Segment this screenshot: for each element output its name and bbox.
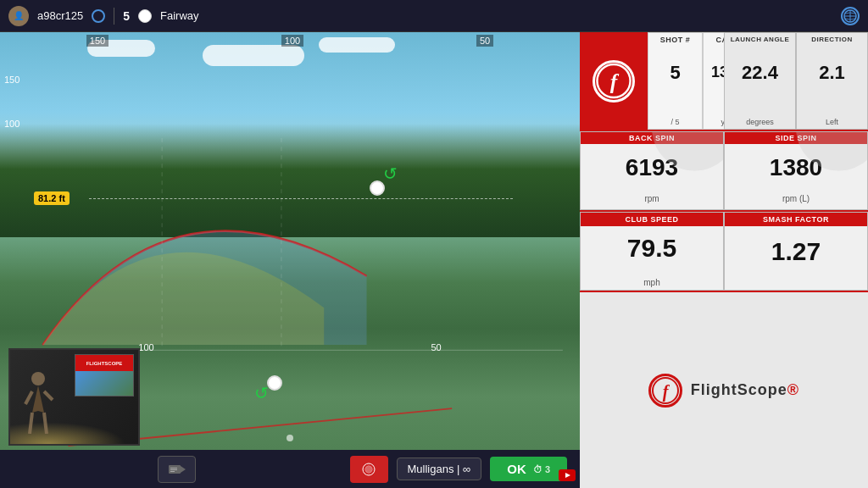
svg-text:f: f: [610, 69, 620, 93]
circle-indicator: [92, 9, 105, 23]
svg-rect-12: [170, 471, 175, 472]
club-speed-label: CLUB SPEED: [581, 213, 723, 226]
ok-button[interactable]: OK ⏱ 3: [490, 457, 567, 481]
height-value: 81.2 ft: [34, 191, 70, 205]
back-spin-unit: rpm: [644, 194, 659, 206]
golf-view-panel: 150 100 50 150 100 81.2 ft: [0, 32, 580, 488]
smash-factor-value: 1.27: [771, 237, 821, 266]
video-preview: FLIGHTSCOPE: [8, 348, 140, 446]
logo-cell: f: [580, 32, 648, 130]
back-spin-value: 6193: [626, 154, 678, 181]
marker-50: 50: [476, 35, 493, 47]
distance-markers-top: 150 100 50: [0, 32, 580, 49]
marker-150: 150: [86, 35, 108, 47]
video-screen: FLIGHTSCOPE: [75, 354, 134, 396]
speed-stats-row: CLUB SPEED 79.5 mph SMASH FACTOR 1.27: [580, 210, 868, 291]
rotation-arrow-side: ↺: [254, 383, 269, 403]
shot-value: 5: [670, 64, 680, 82]
score-value: 5: [123, 9, 130, 23]
club-speed-unit: mph: [643, 278, 659, 290]
club-speed-cell: CLUB SPEED 79.5 mph: [580, 212, 724, 291]
side-marker-50: 50: [431, 342, 441, 352]
left-marker-100: 100: [4, 119, 19, 129]
svg-marker-16: [565, 473, 570, 478]
flightscope-logo: f: [648, 374, 682, 408]
globe-icon[interactable]: [841, 7, 860, 25]
golf-button[interactable]: [350, 456, 388, 483]
video-button[interactable]: [158, 456, 196, 483]
svg-rect-11: [170, 469, 177, 470]
ok-label: OK: [507, 462, 526, 476]
direction-overlay-cell: DIRECTION 2.1 Left: [796, 32, 868, 130]
bottom-bar: Mulligans | ∞ OK ⏱ 3: [0, 450, 580, 488]
svg-point-7: [31, 372, 45, 385]
avatar: 👤: [8, 6, 29, 26]
left-markers: 150 100: [4, 75, 19, 129]
left-marker-150: 150: [4, 75, 19, 85]
height-indicator: 81.2 ft: [34, 191, 70, 205]
rotation-arrow-top: ↺: [383, 164, 398, 184]
svg-marker-9: [181, 466, 186, 473]
smash-factor-cell: SMASH FACTOR 1.27: [724, 212, 868, 291]
club-speed-value: 79.5: [627, 234, 676, 263]
ball-icon: [138, 9, 152, 23]
brand-logo: f: [593, 60, 635, 103]
svg-text:f: f: [663, 382, 670, 402]
side-marker-100: 100: [138, 342, 153, 352]
svg-point-15: [365, 466, 372, 473]
direction-overlay-label: DIRECTION: [811, 36, 853, 43]
marker-100: 100: [281, 35, 303, 47]
golf-background: 150 100 50 150 100 81.2 ft: [0, 32, 580, 488]
launch-angle-overlay-value: 22.4: [742, 62, 778, 84]
ok-timer: ⏱ 3: [533, 464, 550, 474]
pagination-dot: [287, 435, 293, 441]
flightscope-name: FlightScope®: [691, 381, 799, 399]
video-inner: FLIGHTSCOPE: [10, 350, 138, 444]
side-spin-unit: rpm (L): [782, 194, 810, 206]
direction-overlay-unit: Left: [826, 118, 838, 126]
youtube-button[interactable]: [559, 469, 576, 481]
spin-stats-row: BACK SPIN 6193 rpm SIDE SPIN 1380 rpm (L…: [580, 130, 868, 210]
side-spin-value: 1380: [770, 154, 822, 181]
person-silhouette: [17, 370, 59, 437]
smash-factor-label: SMASH FACTOR: [725, 213, 867, 226]
side-spin-label: SIDE SPIN: [725, 132, 867, 144]
height-dashed-line: [89, 198, 513, 199]
direction-overlay-value: 2.1: [819, 62, 845, 84]
launch-angle-overlay-unit: degrees: [746, 118, 774, 126]
stat-shot: SHOT # 5 / 5: [648, 32, 703, 130]
club-label: Fairway: [160, 9, 199, 22]
golf-ball-side: [267, 375, 282, 391]
svg-rect-10: [170, 468, 177, 469]
back-spin-cell: BACK SPIN 6193 rpm: [580, 131, 724, 210]
mulligans-label: Mulligans | ∞: [397, 458, 482, 480]
shot-unit: / 5: [670, 118, 679, 126]
divider: [114, 8, 114, 25]
top-bar: 👤 a98cr125 5 Fairway: [0, 0, 868, 32]
shot-label: SHOT #: [660, 36, 691, 44]
launch-angle-overlay-label: LAUNCH ANGLE: [731, 36, 790, 43]
username-label: a98cr125: [37, 9, 83, 22]
launch-direction-overlay: LAUNCH ANGLE 22.4 degrees DIRECTION 2.1 …: [724, 32, 868, 130]
back-spin-label: BACK SPIN: [581, 132, 723, 144]
flightscope-area: f FlightScope®: [580, 291, 868, 488]
launch-angle-overlay-cell: LAUNCH ANGLE 22.4 degrees: [724, 32, 796, 130]
side-spin-cell: SIDE SPIN 1380 rpm (L): [724, 131, 868, 210]
